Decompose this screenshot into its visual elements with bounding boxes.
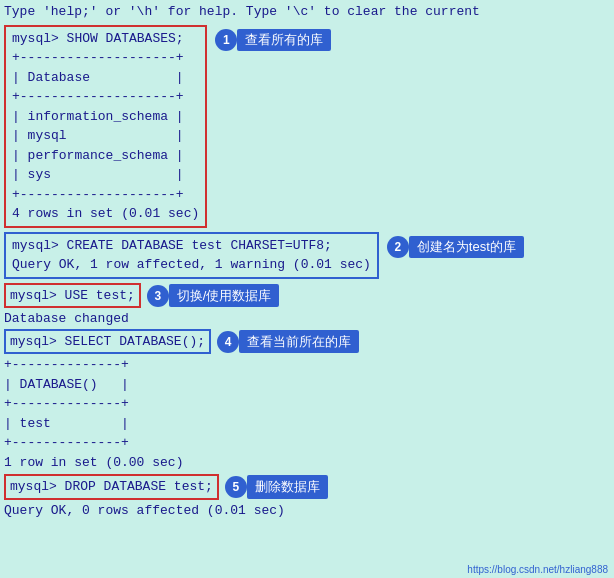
show-db-line-5: | information_schema | [12,107,199,127]
annotation-4: 4 查看当前所在的库 [217,330,359,354]
show-db-line-9: +--------------------+ [12,185,199,205]
show-db-line-3: | Database | [12,68,199,88]
create-db-line-1: mysql> CREATE DATABASE test CHARSET=UTF8… [12,236,371,256]
show-db-line-6: | mysql | [12,126,199,146]
show-db-line-7: | performance_schema | [12,146,199,166]
top-bar: Type 'help;' or '\h' for help. Type '\c'… [0,0,614,25]
use-test-line: mysql> USE test; [10,288,135,303]
select-db-line: mysql> SELECT DATABASE(); [10,334,205,349]
badge-2-num: 2 [387,236,409,258]
table-line-4: | test | [4,414,610,434]
badge-4-text: 查看当前所在的库 [239,330,359,354]
section-drop-database: mysql> DROP DATABASE test; 5 删除数据库 Query… [0,474,614,520]
table-line-3: +--------------+ [4,394,610,414]
top-bar-text: Type 'help;' or '\h' for help. Type '\c'… [4,4,480,19]
table-line-5: +--------------+ [4,433,610,453]
create-db-line-2: Query OK, 1 row affected, 1 warning (0.0… [12,255,371,275]
section-show-databases: mysql> SHOW DATABASES; +----------------… [0,25,614,228]
terminal-window: Type 'help;' or '\h' for help. Type '\c'… [0,0,614,578]
show-db-line-10: 4 rows in set (0.01 sec) [12,204,199,224]
drop-db-row: mysql> DROP DATABASE test; 5 删除数据库 [4,474,610,500]
drop-db-line: mysql> DROP DATABASE test; [10,479,213,494]
select-db-table: +--------------+ | DATABASE() | +-------… [4,355,610,472]
section-create-database: mysql> CREATE DATABASE test CHARSET=UTF8… [0,232,614,279]
watermark: https://blog.csdn.net/hzliang888 [467,564,608,575]
table-line-1: +--------------+ [4,355,610,375]
badge-3-num: 3 [147,285,169,307]
select-db-row: mysql> SELECT DATABASE(); 4 查看当前所在的库 [4,329,610,355]
badge-1-text: 查看所有的库 [237,29,331,51]
badge-4-num: 4 [217,331,239,353]
use-test-row: mysql> USE test; 3 切换/使用数据库 [4,283,610,309]
badge-5-text: 删除数据库 [247,475,328,499]
section-use-select: mysql> USE test; 3 切换/使用数据库 Database cha… [0,283,614,473]
badge-1-num: 1 [215,29,237,51]
database-changed: Database changed [4,309,610,329]
annotation-3: 3 切换/使用数据库 [147,284,280,308]
block-create-database: mysql> CREATE DATABASE test CHARSET=UTF8… [4,232,379,279]
block-select-db: mysql> SELECT DATABASE(); [4,329,211,355]
table-line-6: 1 row in set (0.00 sec) [4,453,610,473]
annotation-2: 2 创建名为test的库 [387,236,524,258]
block-show-databases: mysql> SHOW DATABASES; +----------------… [4,25,207,228]
block-use-test: mysql> USE test; [4,283,141,309]
badge-5-num: 5 [225,476,247,498]
annotation-1: 1 查看所有的库 [215,29,331,51]
show-db-line-2: +--------------------+ [12,48,199,68]
badge-3-text: 切换/使用数据库 [169,284,280,308]
annotation-5: 5 删除数据库 [225,475,328,499]
show-db-line-8: | sys | [12,165,199,185]
show-db-line-1: mysql> SHOW DATABASES; [12,29,199,49]
drop-db-result: Query OK, 0 rows affected (0.01 sec) [4,501,610,521]
block-drop-db: mysql> DROP DATABASE test; [4,474,219,500]
table-line-2: | DATABASE() | [4,375,610,395]
show-db-line-4: +--------------------+ [12,87,199,107]
badge-2-text: 创建名为test的库 [409,236,524,258]
